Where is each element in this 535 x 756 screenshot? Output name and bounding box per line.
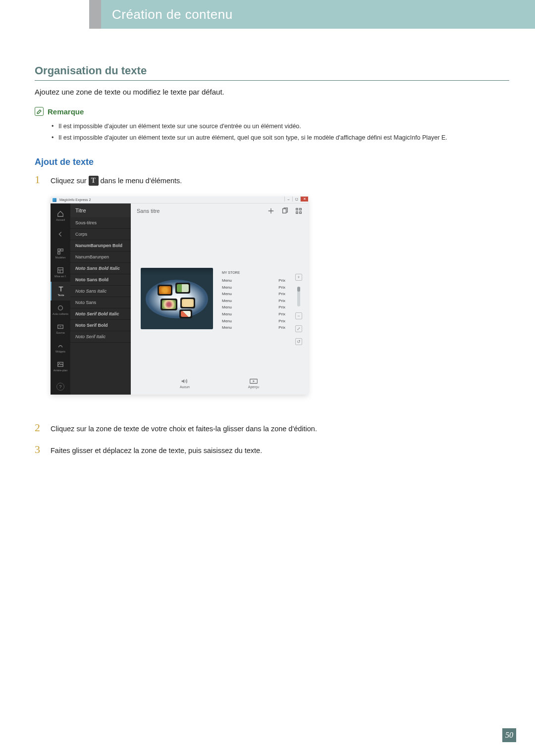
note-item: Il est impossible d'ajouter un élément t…	[52, 132, 509, 144]
step-text: Cliquez sur la zone de texte de votre ch…	[51, 422, 317, 433]
font-panel-head: Titre	[70, 203, 131, 217]
rail-back[interactable]	[51, 225, 70, 244]
svg-rect-3	[58, 268, 63, 273]
preview-button[interactable]: Aperçu	[248, 378, 259, 389]
window-titlebar: MagicInfo Express 2 – ◻ ✕	[51, 197, 308, 203]
svg-rect-7	[283, 209, 286, 213]
svg-rect-10	[296, 212, 298, 214]
chapter-title: Création de contenu	[112, 7, 233, 22]
note-label: Remarque	[48, 107, 84, 116]
zoom-in-icon[interactable]: +	[295, 274, 302, 281]
audio-button[interactable]: Aucun	[180, 378, 190, 389]
window-minimize-icon[interactable]: –	[284, 197, 292, 202]
font-item[interactable]: Noto Sans Bold Italic	[70, 263, 131, 274]
price-row: MenuPrix	[222, 304, 285, 311]
svg-rect-1	[61, 249, 63, 251]
canvas-stage[interactable]: MY STORE MenuPrixMenuPrixMenuPrixMenuPri…	[131, 218, 308, 372]
rail-templates[interactable]: Modèles	[51, 244, 70, 263]
font-item[interactable]: NanumBarunpen	[70, 252, 131, 263]
note-list: Il est impossible d'ajouter un élément t…	[35, 121, 509, 143]
page-number: 50	[502, 728, 516, 742]
section-intro: Ajoutez une zone de texte ou modifiez le…	[35, 88, 509, 96]
svg-rect-2	[58, 252, 60, 254]
rail-source[interactable]: Source	[51, 319, 70, 338]
window-maximize-icon[interactable]: ◻	[292, 197, 300, 202]
font-item[interactable]: Corps	[70, 229, 131, 240]
fit-icon[interactable]: ⤢	[295, 325, 302, 332]
reset-icon[interactable]: ↺	[295, 338, 302, 345]
app-name: MagicInfo Express 2	[56, 198, 91, 202]
canvas-area: Sans titre	[131, 203, 308, 395]
price-row: MenuPrix	[222, 284, 285, 291]
step-text: Cliquez sur T dans le menu d'éléments.	[51, 174, 182, 186]
price-row: MenuPrix	[222, 277, 285, 284]
rail-layout[interactable]: Mise en f.	[51, 263, 70, 282]
price-list: MY STORE MenuPrixMenuPrixMenuPrixMenuPri…	[222, 271, 285, 331]
app-logo-icon	[53, 198, 56, 202]
svg-rect-9	[300, 208, 302, 210]
hero-image	[141, 268, 213, 329]
font-item[interactable]: Noto Serif Bold Italic	[70, 308, 131, 320]
rail-background[interactable]: Arrière-plan	[51, 357, 70, 376]
zoom-slider[interactable]	[297, 287, 300, 306]
zoom-out-icon[interactable]: −	[295, 312, 302, 319]
tool-rail: Accueil Modèles Mise en f.	[51, 203, 70, 395]
copy-icon[interactable]	[281, 207, 288, 214]
font-item[interactable]: Noto Sans Italic	[70, 286, 131, 297]
font-item[interactable]: NanumBarunpen Bold	[70, 240, 131, 252]
canvas-side-tools: + − ⤢ ↺	[295, 274, 302, 345]
rail-widgets[interactable]: Widgets	[51, 338, 70, 357]
price-row: MenuPrix	[222, 324, 285, 331]
price-row: MenuPrix	[222, 311, 285, 318]
window-close-icon[interactable]: ✕	[300, 197, 308, 202]
svg-rect-11	[300, 212, 302, 214]
step-number: 3	[35, 444, 43, 455]
price-row: MenuPrix	[222, 318, 285, 325]
chapter-header: Création de contenu	[101, 0, 535, 29]
rail-help-icon[interactable]: ?	[56, 383, 64, 391]
note-item: Il est impossible d'ajouter un élément t…	[52, 121, 509, 132]
font-item[interactable]: Noto Sans Bold	[70, 274, 131, 286]
font-item[interactable]: Sous-titres	[70, 217, 131, 229]
step-number: 2	[35, 422, 43, 433]
step-text: Faites glisser et déplacez la zone de te…	[51, 444, 262, 455]
subsection-heading: Ajout de texte	[35, 157, 509, 167]
pencil-note-icon	[35, 107, 44, 116]
price-row: MenuPrix	[222, 298, 285, 304]
svg-point-4	[58, 306, 63, 310]
step-number: 1	[35, 174, 43, 186]
rail-home[interactable]: Accueil	[51, 206, 70, 225]
svg-rect-8	[296, 208, 298, 210]
section-heading: Organisation du texte	[35, 64, 509, 81]
sidebar-gutter	[89, 0, 101, 29]
font-item[interactable]: Noto Serif Italic	[70, 331, 131, 343]
price-row: MenuPrix	[222, 291, 285, 298]
add-icon[interactable]	[268, 207, 274, 214]
font-item[interactable]: Noto Serif Bold	[70, 320, 131, 331]
document-title: Sans titre	[137, 208, 160, 214]
text-tool-icon: T	[89, 176, 99, 186]
svg-rect-0	[58, 249, 60, 251]
rail-stickers[interactable]: Auto-collants	[51, 301, 70, 319]
app-screenshot: MagicInfo Express 2 – ◻ ✕ Accueil	[51, 197, 308, 395]
rail-text[interactable]: Texte	[51, 282, 70, 301]
grid-icon[interactable]	[295, 207, 302, 214]
font-item[interactable]: Noto Sans	[70, 297, 131, 308]
store-header: MY STORE	[222, 271, 285, 274]
font-panel: Titre Sous-titres Corps NanumBarunpen Bo…	[70, 203, 131, 395]
